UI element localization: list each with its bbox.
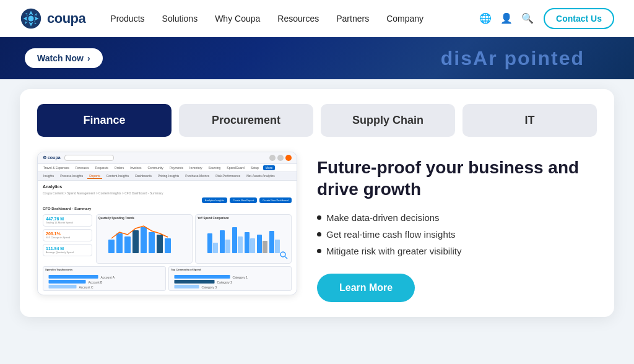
user-icon[interactable]: 👤: [500, 12, 513, 25]
mock-kpi-1-label: Trailing 12-Month Spend: [46, 221, 89, 224]
svg-rect-8: [157, 235, 163, 253]
mock-nav-insights: Insights: [41, 173, 56, 179]
bullet-dot-2: [317, 232, 321, 236]
mock-nav-assets: Net-Assets Analytics: [245, 173, 277, 179]
tab-it[interactable]: IT: [462, 104, 597, 137]
mock-nav-reports: Reports: [87, 173, 102, 179]
svg-rect-25: [49, 280, 86, 284]
nav-resources[interactable]: Resources: [277, 14, 319, 24]
svg-rect-32: [175, 285, 199, 288]
mock-analytics-btn: Analytics Insights: [202, 197, 227, 203]
mock-nav-spendguard: SpendGuard: [225, 165, 246, 170]
dashboard-screenshot: ⚙ coupa Travel & Expenses Forecasts Requ…: [37, 152, 297, 295]
svg-rect-17: [250, 238, 255, 253]
mock-nav-risk: Risk-Performance: [214, 173, 242, 179]
nav-icons: 🌐 👤 🔍: [479, 12, 534, 25]
mock-chart-top-accounts: Spend in Top Accounts Account A Account …: [43, 266, 166, 291]
main-card: Finance Procurement Supply Chain IT ⚙ co…: [20, 89, 614, 317]
chart2-svg: [198, 221, 289, 253]
mock-nav-setup: Setup: [249, 165, 261, 170]
svg-text:Category 3: Category 3: [202, 285, 217, 289]
mock-toolbar: Analytics Insights Create New Report Cre…: [43, 197, 292, 203]
mock-chart-top-commodity: Top Commodity of Spend Category 1 Catego…: [168, 266, 292, 291]
watch-now-button[interactable]: Watch Now ›: [25, 48, 103, 68]
mock-body: Analytics Coupa Content > Spend Manageme…: [38, 181, 297, 295]
mock-dashboard-title: CFO Dashboard - Summary: [43, 207, 292, 210]
contact-us-button[interactable]: Contact Us: [544, 8, 614, 29]
bullet-text-2: Get real-time cash flow insights: [326, 229, 455, 240]
bullet-text-1: Make data-driven decisions: [326, 212, 440, 223]
nav-company[interactable]: Company: [386, 14, 423, 24]
globe-icon[interactable]: 🌐: [479, 12, 492, 25]
mock-analytics-title: Analytics: [43, 184, 292, 189]
tab-supply-chain[interactable]: Supply Chain: [321, 104, 455, 137]
svg-rect-11: [213, 243, 218, 253]
bullet-item-1: Make data-driven decisions: [317, 212, 597, 223]
svg-point-22: [280, 252, 285, 257]
svg-rect-30: [175, 275, 230, 279]
svg-text:Category 1: Category 1: [233, 275, 248, 279]
magnifier-icon: [279, 251, 288, 260]
svg-text:Account A: Account A: [101, 275, 115, 279]
mock-chart-yoy: YoY Spend Comparison: [195, 214, 292, 264]
nav-solutions[interactable]: Solutions: [162, 14, 198, 24]
mock-nav-pricing: Pricing-Insights: [156, 173, 181, 179]
mock-chart2-title: YoY Spend Comparison: [198, 217, 289, 220]
search-icon[interactable]: 🔍: [521, 12, 534, 25]
mock-breadcrumb: Coupa Content > Spend Management > Conte…: [43, 191, 292, 195]
svg-rect-2: [108, 240, 115, 253]
bullet-dot-1: [317, 215, 321, 220]
tab-procurement[interactable]: Procurement: [179, 104, 313, 137]
svg-rect-20: [269, 231, 274, 253]
mock-kpi-3-val: 111.94 M: [46, 246, 89, 251]
mock-kpi-3-label: Average Quarterly Spend: [46, 251, 89, 254]
mock-nav-payments: Payments: [168, 165, 185, 170]
content-area: ⚙ coupa Travel & Expenses Forecasts Requ…: [37, 152, 597, 302]
hero-faded-text: disAr pointed: [441, 47, 584, 70]
mock-chart-area: Quarterly Spending Trends: [96, 214, 292, 264]
svg-rect-5: [132, 230, 139, 253]
svg-rect-24: [49, 275, 98, 279]
nav-why-coupa[interactable]: Why Coupa: [215, 14, 260, 24]
tab-finance[interactable]: Finance: [37, 104, 172, 137]
bullet-item-3: Mitigate risk with greater visibility: [317, 246, 597, 256]
svg-rect-12: [220, 230, 225, 253]
svg-rect-14: [232, 227, 237, 253]
svg-rect-3: [116, 233, 123, 253]
mock-charts-row: 447.76 M Trailing 12-Month Spend 206.1% …: [43, 214, 292, 264]
tabs-row: Finance Procurement Supply Chain IT: [37, 104, 597, 137]
svg-rect-19: [263, 241, 267, 253]
mock-kpi-2: 206.1% YoY Change in Spend: [43, 229, 92, 241]
mock-nav-requests: Requests: [93, 165, 110, 170]
mock-chart3-title: Spend in Top Accounts: [45, 268, 163, 271]
benefits-list: Make data-driven decisions Get real-time…: [317, 212, 597, 256]
svg-rect-26: [49, 285, 77, 288]
mock-new-report-btn: Create New Report: [230, 197, 257, 203]
mock-kpi-2-label: YoY Change in Spend: [46, 236, 89, 239]
watch-now-arrow: ›: [87, 53, 90, 63]
svg-text:Account C: Account C: [79, 285, 93, 289]
svg-rect-9: [165, 238, 171, 253]
learn-more-button[interactable]: Learn More: [317, 274, 415, 302]
svg-rect-13: [225, 240, 230, 253]
watch-now-label: Watch Now: [37, 53, 84, 63]
nav-products[interactable]: Products: [110, 14, 144, 24]
mock-nav-sourcing: Sourcing: [207, 165, 223, 170]
mock-more-btn: More: [263, 165, 275, 170]
svg-line-23: [285, 257, 288, 259]
mock-bottom-charts: Spend in Top Accounts Account A Account …: [43, 266, 292, 291]
mock-nav-inventory: Inventory: [188, 165, 204, 170]
mock-chart4-title: Top Commodity of Spend: [171, 268, 289, 271]
navbar: coupa Products Solutions Why Coupa Resou…: [0, 0, 634, 37]
mock-nav-orders: Orders: [113, 165, 126, 170]
svg-text:Account B: Account B: [89, 280, 103, 284]
bullet-item-2: Get real-time cash flow insights: [317, 229, 597, 240]
mock-topbar: ⚙ coupa: [38, 152, 297, 164]
mock-nav-forecasts: Forecasts: [74, 165, 91, 170]
mock-sub-nav: Insights Process-Insights Reports Conten…: [38, 172, 297, 181]
mock-kpi-column: 447.76 M Trailing 12-Month Spend 206.1% …: [43, 214, 92, 264]
logo[interactable]: coupa: [20, 7, 85, 30]
mock-search-bar: [64, 155, 114, 161]
nav-partners[interactable]: Partners: [336, 14, 369, 24]
mock-nav-content: Content-Insights: [105, 173, 131, 179]
